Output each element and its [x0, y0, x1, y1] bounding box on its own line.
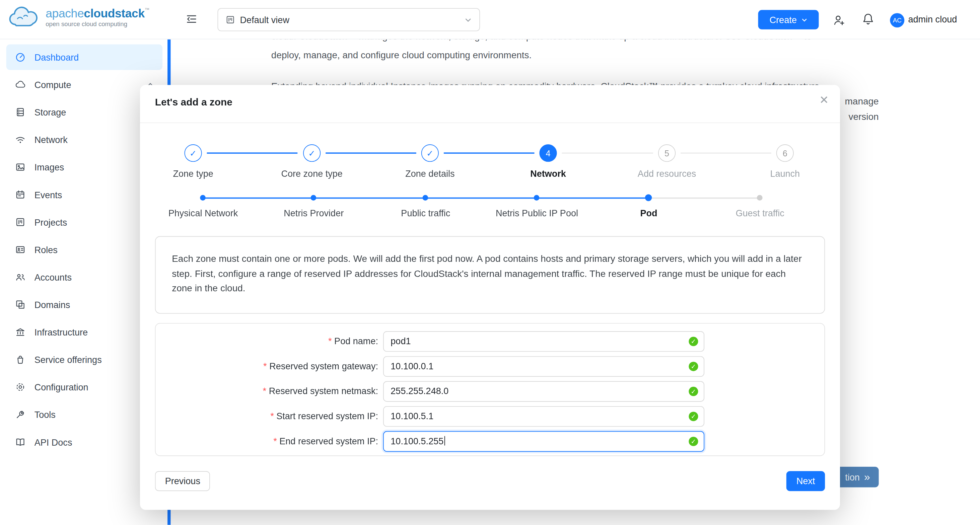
sidebar-item-label: Service offerings — [35, 355, 102, 364]
close-icon[interactable]: ✕ — [819, 94, 829, 106]
step-network-circle: 4 — [539, 144, 557, 162]
required-mark: * — [263, 386, 267, 396]
wrench-icon — [15, 409, 27, 420]
modal-title: Let's add a zone — [155, 97, 232, 108]
sidebar-item-label: Network — [35, 135, 68, 145]
input-value: pod1 — [391, 336, 410, 346]
user-name[interactable]: admin cloud — [908, 0, 957, 39]
view-selector-value: Default view — [240, 15, 460, 25]
sidebar-item-tools[interactable]: Tools — [6, 402, 163, 428]
menu-fold-icon[interactable] — [186, 13, 197, 27]
reserved-system-gateway-input[interactable]: 10.100.0.1✓ — [383, 356, 704, 377]
notification-bell-icon[interactable] — [862, 13, 874, 25]
field-label-text: Reserved system netmask: — [269, 386, 378, 396]
required-mark: * — [263, 361, 267, 371]
sidebar-item-label: Storage — [35, 107, 66, 117]
cloudstack-logo-icon — [7, 5, 40, 30]
check-icon: ✓ — [426, 148, 433, 158]
chevron-down-icon — [464, 16, 472, 24]
sidebar-item-dashboard[interactable]: Dashboard — [6, 44, 163, 70]
sidebar-item-storage[interactable]: Storage — [6, 99, 163, 125]
substep-dot-guest-traffic — [757, 195, 763, 200]
step-add-resources-circle: 5 — [658, 144, 676, 162]
cloud-icon — [15, 80, 27, 90]
step-label-add-resources: Add resources — [614, 169, 720, 179]
substep-dot-pod — [645, 194, 652, 201]
sidebar-item-projects[interactable]: Projects — [6, 209, 163, 235]
field-label: *End reserved system IP: — [156, 431, 378, 452]
about-text-line: deploy, manage, and configure cloud comp… — [271, 47, 879, 63]
avatar[interactable]: AC — [890, 13, 904, 27]
step-label-network: Network — [495, 169, 601, 179]
block-icon — [15, 299, 27, 310]
gear-icon — [15, 382, 27, 392]
double-chevron-right-icon: » — [864, 472, 870, 482]
step-core-zone-type-circle: ✓ — [303, 144, 321, 162]
step-zone-type-circle: ✓ — [184, 144, 202, 162]
step-label-launch: Launch — [732, 169, 838, 179]
input-value: 10.100.5.255 — [391, 436, 444, 446]
sidebar-item-network[interactable]: Network — [6, 127, 163, 153]
form-row-reserved-system-netmask: *Reserved system netmask: 255.255.248.0✓ — [156, 381, 825, 402]
substep-label-public-traffic: Public traffic — [372, 208, 479, 218]
brand-wordmark: apachecloudstack™ — [46, 7, 150, 20]
previous-button[interactable]: Previous — [155, 471, 210, 491]
user-add-icon[interactable] — [833, 13, 846, 27]
add-zone-modal: Let's add a zone ✕ ✓ ✓ ✓ 4 5 6 Zone type… — [140, 85, 840, 510]
start-reserved-system-ip-input[interactable]: 10.100.5.1✓ — [383, 406, 704, 427]
team-icon — [15, 272, 27, 283]
reserved-system-netmask-input[interactable]: 255.255.248.0✓ — [383, 381, 704, 402]
sidebar-item-api-docs[interactable]: API Docs — [6, 429, 163, 455]
sidebar-item-events[interactable]: Events — [6, 182, 163, 208]
sidebar-item-configuration[interactable]: Configuration — [6, 374, 163, 400]
step-number: 6 — [783, 148, 788, 158]
sidebar-item-images[interactable]: Images — [6, 154, 163, 180]
sidebar-item-compute[interactable]: Compute — [6, 72, 163, 98]
step-label-core-zone-type: Core zone type — [259, 169, 365, 179]
brand-cloudstack: cloudstack — [84, 7, 145, 20]
pod-form: *Pod name: pod1✓ *Reserved system gatewa… — [155, 323, 825, 456]
create-button-label: Create — [770, 15, 797, 25]
view-selector[interactable]: Default view — [217, 8, 480, 31]
required-mark: * — [273, 436, 277, 446]
field-label-text: Pod name: — [334, 336, 378, 346]
create-button[interactable]: Create — [758, 10, 819, 29]
step-launch-circle: 6 — [776, 144, 794, 162]
brand-trademark: ™ — [145, 7, 150, 13]
sidebar-item-domains[interactable]: Domains — [6, 292, 163, 317]
next-button[interactable]: Next — [786, 471, 825, 491]
valid-check-icon: ✓ — [689, 437, 698, 446]
sidebar-item-service-offerings[interactable]: Service offerings — [6, 347, 163, 373]
brand-apache: apache — [46, 7, 84, 20]
input-value: 10.100.5.1 — [391, 411, 433, 421]
step-connector — [562, 152, 653, 153]
valid-check-icon: ✓ — [689, 337, 698, 346]
sidebar-item-label: Infrastructure — [35, 327, 88, 337]
field-label: *Reserved system gateway: — [156, 356, 378, 377]
substep-dot-netris-public-ip-pool — [534, 195, 539, 200]
sidebar-item-label: Compute — [35, 80, 72, 90]
step-number: 5 — [665, 148, 669, 158]
sidebar-item-label: Accounts — [35, 272, 72, 282]
sidebar-item-roles[interactable]: Roles — [6, 237, 163, 262]
substep-label-physical-network: Physical Network — [150, 208, 256, 218]
substep-label-pod: Pod — [595, 208, 702, 218]
sidebar-item-infrastructure[interactable]: Infrastructure — [6, 320, 163, 345]
substep-dot-netris-provider — [310, 195, 316, 200]
step-label-zone-type: Zone type — [140, 169, 246, 179]
picture-icon — [15, 162, 27, 172]
check-icon: ✓ — [309, 148, 315, 158]
step-zone-details-circle: ✓ — [422, 144, 439, 162]
pod-name-input[interactable]: pod1✓ — [383, 331, 704, 352]
step-connector — [207, 152, 298, 153]
sidebar-item-label: Events — [35, 189, 62, 200]
sidebar-item-label: Roles — [35, 245, 57, 255]
sidebar-item-accounts[interactable]: Accounts — [6, 264, 163, 290]
step-connector — [681, 152, 772, 153]
field-label: *Reserved system netmask: — [156, 381, 378, 402]
bag-icon — [15, 354, 27, 365]
end-reserved-system-ip-input[interactable]: 10.100.5.255✓ — [383, 431, 704, 452]
cloudstack-logo[interactable]: apachecloudstack™ open source cloud comp… — [7, 5, 150, 30]
step-connector — [326, 152, 416, 153]
substep-label-netris-provider: Netris Provider — [261, 208, 367, 218]
